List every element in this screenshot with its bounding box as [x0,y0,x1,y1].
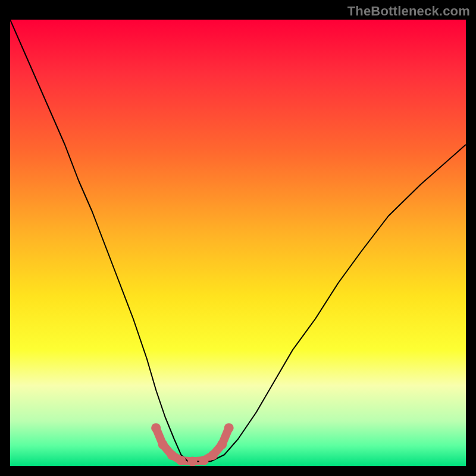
marker-dot [158,440,168,449]
marker-dot [151,423,161,433]
marker-dot [217,440,227,449]
watermark-text: TheBottleneck.com [347,4,470,19]
marker-dot [199,456,209,465]
marker-dot [167,450,177,460]
chart-stage: TheBottleneck.com [0,0,476,476]
marker-dot [187,457,197,466]
marker-dot [224,423,234,433]
plot-background [10,20,466,466]
marker-dot [208,450,218,460]
bottleneck-chart [0,0,476,476]
marker-dot [176,456,186,465]
